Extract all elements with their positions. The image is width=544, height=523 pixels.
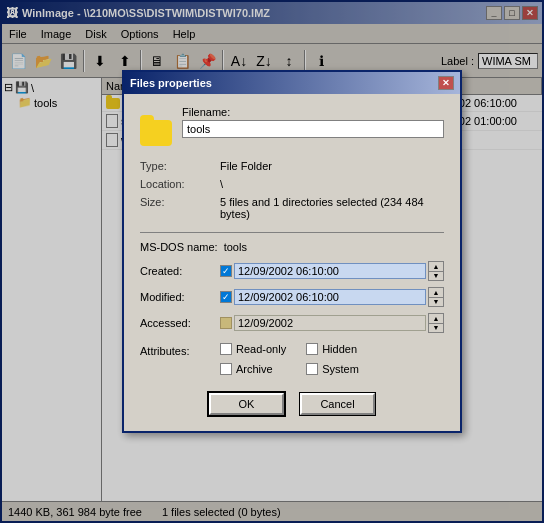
dialog-title: Files properties: [130, 77, 212, 89]
dialog-body: Filename: Type: File Folder Location: \ …: [124, 94, 460, 431]
created-spinner[interactable]: ▲ ▼: [428, 261, 444, 281]
system-label: System: [322, 363, 359, 375]
modified-spinner[interactable]: ▲ ▼: [428, 287, 444, 307]
accessed-input[interactable]: [234, 315, 426, 331]
msdos-value: tools: [224, 241, 247, 253]
modified-checkbox[interactable]: ✓: [220, 291, 232, 303]
properties-grid: Type: File Folder Location: \ Size: 5 fi…: [140, 160, 444, 220]
accessed-label: Accessed:: [140, 313, 220, 333]
created-spinner-down[interactable]: ▼: [429, 272, 443, 281]
readonly-checkbox[interactable]: [220, 343, 232, 355]
dialog-buttons: OK Cancel: [140, 393, 444, 419]
dialog-close-button[interactable]: ✕: [438, 76, 454, 90]
modified-spinner-down[interactable]: ▼: [429, 298, 443, 307]
modified-label: Modified:: [140, 287, 220, 307]
archive-label: Archive: [236, 363, 273, 375]
dialog-overlay: Files properties ✕ Filename: Type: File …: [0, 0, 544, 523]
type-label: Type:: [140, 160, 220, 172]
filename-input[interactable]: [182, 120, 444, 138]
accessed-spinner-down[interactable]: ▼: [429, 324, 443, 333]
accessed-spinner-up[interactable]: ▲: [429, 314, 443, 324]
attributes-grid: Read-only Hidden Archive System: [220, 343, 372, 379]
system-attr: System: [306, 363, 372, 375]
hidden-checkbox[interactable]: [306, 343, 318, 355]
big-folder-icon: [140, 120, 172, 146]
created-label: Created:: [140, 261, 220, 281]
created-input[interactable]: [234, 263, 426, 279]
filename-row: Filename:: [140, 106, 444, 146]
filename-label: Filename:: [182, 106, 444, 118]
location-value: \: [220, 178, 444, 190]
readonly-label: Read-only: [236, 343, 286, 355]
accessed-checkbox[interactable]: [220, 317, 232, 329]
created-checkbox[interactable]: ✓: [220, 265, 232, 277]
msdos-label: MS-DOS name:: [140, 241, 218, 253]
cancel-button[interactable]: Cancel: [300, 393, 375, 415]
location-label: Location:: [140, 178, 220, 190]
date-grid: Created: ✓ ▲ ▼ Modified: ✓ ▲ ▼: [140, 261, 444, 333]
filename-section: Filename:: [182, 106, 444, 138]
readonly-attr: Read-only: [220, 343, 286, 355]
msdos-row: MS-DOS name: tools: [140, 241, 444, 253]
divider-1: [140, 232, 444, 233]
archive-attr: Archive: [220, 363, 286, 375]
hidden-label: Hidden: [322, 343, 357, 355]
created-spinner-up[interactable]: ▲: [429, 262, 443, 272]
files-properties-dialog: Files properties ✕ Filename: Type: File …: [122, 70, 462, 433]
size-label: Size:: [140, 196, 220, 220]
ok-button[interactable]: OK: [209, 393, 284, 415]
attributes-label: Attributes:: [140, 343, 220, 357]
size-value: 5 files and 1 directories selected (234 …: [220, 196, 444, 220]
type-value: File Folder: [220, 160, 444, 172]
hidden-attr: Hidden: [306, 343, 372, 355]
modified-input[interactable]: [234, 289, 426, 305]
attributes-section: Attributes: Read-only Hidden Archive: [140, 343, 444, 379]
modified-spinner-up[interactable]: ▲: [429, 288, 443, 298]
accessed-spinner[interactable]: ▲ ▼: [428, 313, 444, 333]
archive-checkbox[interactable]: [220, 363, 232, 375]
system-checkbox[interactable]: [306, 363, 318, 375]
created-field-wrapper: ✓ ▲ ▼: [220, 261, 444, 281]
dialog-title-bar: Files properties ✕: [124, 72, 460, 94]
accessed-field-wrapper: ▲ ▼: [220, 313, 444, 333]
modified-field-wrapper: ✓ ▲ ▼: [220, 287, 444, 307]
